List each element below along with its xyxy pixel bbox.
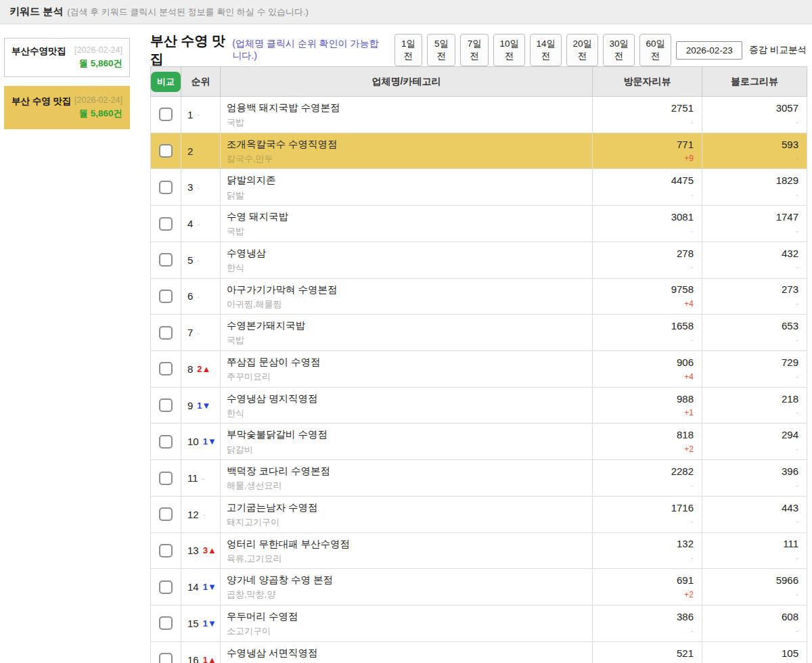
rank-cell: 3- — [181, 169, 221, 206]
period-button-10day[interactable]: 10일전 — [493, 34, 525, 66]
business-name-link[interactable]: 쭈삼집 문삼이 수영점 — [227, 356, 592, 368]
business-cell: 쭈삼집 문삼이 수영점주꾸미요리 — [221, 351, 593, 388]
business-name-link[interactable]: 부막숯불닭갈비 수영점 — [227, 428, 592, 440]
business-name-link[interactable]: 엄용백 돼지국밥 수영본점 — [227, 101, 592, 114]
change-compare-analysis-label[interactable]: 증감 비교분석 — [749, 44, 807, 56]
business-cell: 닭발의지존닭발 — [221, 169, 593, 206]
visitor-review: 132- — [593, 533, 702, 568]
period-button-14day[interactable]: 14일전 — [530, 34, 562, 66]
visitor-review-cell: 4475- — [593, 169, 702, 206]
business-category: 돼지고기구이 — [227, 517, 592, 528]
business-name-link[interactable]: 아구가기가막혀 수영본점 — [227, 283, 592, 296]
row-compare-checkbox[interactable] — [159, 580, 173, 594]
period-button-1day[interactable]: 1일전 — [394, 34, 423, 66]
visitor-review-cell: 386- — [593, 605, 702, 642]
business-name-link[interactable]: 수영냉삼 명지직영점 — [227, 392, 592, 405]
visitor-review-cell: 2751- — [593, 97, 702, 133]
row-compare-checkbox[interactable] — [159, 144, 173, 158]
ranking-table: 비교 순위 업체명/카테고리 방문자리뷰 블로그리뷰 1-엄용백 돼지국밥 수영… — [150, 66, 807, 663]
visitor-review-count: 2751 — [593, 102, 694, 115]
business-name-link[interactable]: 백덕장 코다리 수영본점 — [227, 465, 592, 477]
visitor-review: 988+1 — [593, 388, 702, 423]
rank-number: 16 — [187, 654, 199, 663]
rank-wrap: 12- — [181, 509, 220, 520]
row-compare-checkbox[interactable] — [159, 181, 173, 194]
blog-review-cell: 294- — [702, 424, 807, 460]
visitor-review-count: 988 — [593, 393, 694, 406]
blog-review-cell: 593- — [702, 133, 807, 169]
rank-number: 3 — [187, 181, 193, 193]
business-name-link[interactable]: 양가네 양곱창 수영 본점 — [227, 574, 592, 586]
row-compare-checkbox[interactable] — [159, 217, 173, 231]
visitor-review-change: - — [593, 190, 694, 200]
keyword-name: 부산 수영 맛집 — [12, 95, 72, 120]
period-button-30day[interactable]: 30일전 — [603, 34, 635, 66]
rank-number: 6 — [187, 290, 193, 302]
row-compare-checkbox[interactable] — [159, 398, 173, 412]
keyword-sidebar: 부산수영맛집 [2026-02-24] 월 5,860건 부산 수영 맛집 [2… — [4, 38, 134, 138]
row-compare-checkbox[interactable] — [159, 326, 173, 340]
business-name-link[interactable]: 수영냉삼 — [227, 247, 592, 259]
rank-down-indicator: 1▼ — [203, 618, 217, 628]
business-info: 엉터리 무한대패 부산수영점육류,고기요리 — [221, 533, 592, 569]
compare-date-input[interactable] — [676, 41, 742, 60]
business-info: 엄용백 돼지국밥 수영본점국밥 — [221, 97, 592, 133]
business-name-link[interactable]: 조개옥칼국수 수영직영점 — [227, 138, 592, 150]
blog-review: 653- — [702, 315, 807, 350]
business-name-link[interactable]: 우두머리 수영점 — [227, 610, 592, 622]
table-header-row: 비교 순위 업체명/카테고리 방문자리뷰 블로그리뷰 — [151, 67, 807, 97]
row-compare-checkbox[interactable] — [159, 653, 173, 663]
row-compare-checkbox[interactable] — [159, 472, 173, 485]
compare-button[interactable]: 비교 — [151, 72, 181, 92]
table-row: 151▼우두머리 수영점소고기구이386-608- — [151, 605, 807, 642]
business-cell: 양가네 양곱창 수영 본점곱창,막창,양 — [221, 569, 593, 605]
row-compare-checkbox[interactable] — [159, 253, 173, 267]
business-name-link[interactable]: 엉터리 무한대패 부산수영점 — [227, 538, 592, 550]
blog-review-change: - — [702, 299, 798, 308]
business-name-link[interactable]: 고기굽는남자 수영점 — [227, 501, 592, 513]
rank-cell: 151▼ — [181, 605, 221, 642]
blog-review-count: 653 — [702, 320, 798, 333]
business-cell: 수영냉삼 서면직영점한식 — [221, 641, 593, 663]
period-button-7day[interactable]: 7일전 — [460, 34, 489, 66]
period-button-60day[interactable]: 60일전 — [639, 34, 671, 66]
blog-review-change: - — [702, 626, 798, 636]
business-info: 쭈삼집 문삼이 수영점주꾸미요리 — [221, 351, 592, 387]
row-compare-checkbox[interactable] — [159, 435, 173, 449]
business-name-link[interactable]: 닭발의지존 — [227, 174, 592, 186]
visitor-review-count: 278 — [593, 248, 694, 260]
rank-wrap: 1- — [181, 109, 220, 120]
table-row: 5-수영냉삼한식278-432- — [151, 242, 807, 278]
keyword-card-busan-suyeong-matjib-active[interactable]: 부산 수영 맛집 [2026-02-24] 월 5,860건 — [4, 86, 130, 129]
visitor-review-count: 2282 — [593, 465, 694, 478]
row-compare-checkbox[interactable] — [159, 507, 173, 521]
rank-wrap: 6- — [181, 290, 220, 302]
blog-review-cell: 111- — [702, 532, 807, 569]
title-row: 부산 수영 맛집 (업체명 클릭시 순위 확인이 가능합니다.) 1일전 5일전… — [150, 38, 807, 62]
visitor-review-count: 4475 — [593, 175, 694, 187]
business-cell: 수영본가돼지국밥국밥 — [221, 315, 593, 351]
table-row: 2-조개옥칼국수 수영직영점칼국수,만두771+9593- — [151, 133, 807, 169]
rank-wrap: 5- — [181, 254, 220, 266]
business-cell: 수영 돼지국밥국밥 — [221, 206, 593, 242]
business-name-link[interactable]: 수영냉삼 서면직영점 — [227, 647, 592, 659]
header-rank: 순위 — [181, 67, 221, 97]
row-compare-checkbox[interactable] — [159, 290, 173, 303]
business-category: 해물,생선요리 — [227, 480, 592, 491]
period-button-20day[interactable]: 20일전 — [566, 34, 598, 66]
blog-review: 432- — [702, 243, 807, 277]
rank-cell: 11- — [181, 460, 221, 497]
compare-cell — [151, 97, 181, 133]
rank-nochange-indicator: - — [197, 147, 200, 155]
topbar-title: 키워드 분석 — [9, 5, 63, 18]
row-compare-checkbox[interactable] — [159, 362, 173, 375]
business-category: 칼국수,만두 — [227, 154, 592, 164]
keyword-card-busansuyeongmatjib[interactable]: 부산수영맛집 [2026-02-24] 월 5,860건 — [4, 38, 130, 77]
period-button-5day[interactable]: 5일전 — [427, 34, 455, 66]
business-info: 수영냉삼한식 — [221, 242, 592, 278]
row-compare-checkbox[interactable] — [159, 616, 173, 630]
row-compare-checkbox[interactable] — [159, 108, 173, 121]
row-compare-checkbox[interactable] — [159, 544, 173, 557]
business-name-link[interactable]: 수영본가돼지국밥 — [227, 319, 592, 332]
business-name-link[interactable]: 수영 돼지국밥 — [227, 210, 592, 223]
